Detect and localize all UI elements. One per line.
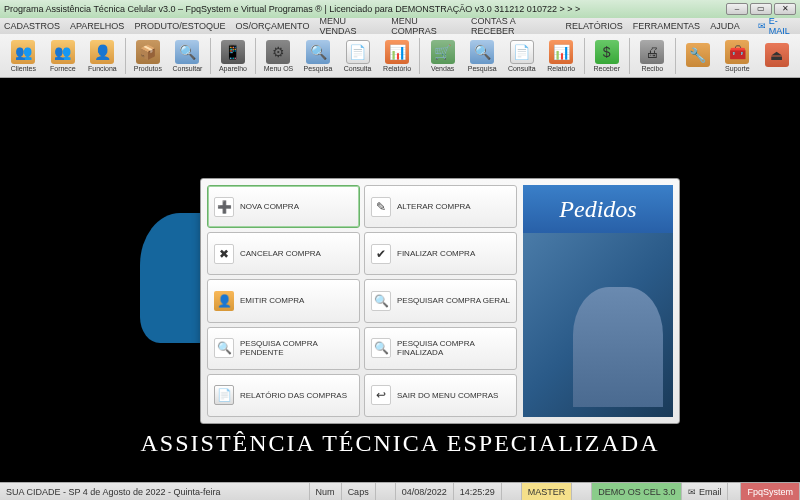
pesquisa-os-label: Pesquisa <box>304 65 333 72</box>
menu-contasareceber[interactable]: CONTAS A RECEBER <box>471 16 556 36</box>
ferramentas-icon: 🔧 <box>686 43 710 67</box>
toolbar-fornecedores[interactable]: 👥Fornece <box>44 36 83 76</box>
toolbar-separator <box>419 38 420 74</box>
finalizar-compra-icon: ✔ <box>371 244 391 264</box>
toolbar-separator <box>584 38 585 74</box>
dlg-pesquisa-finalizada[interactable]: 🔍PESQUISA COMPRA FINALIZADA <box>364 327 517 370</box>
toolbar-vendas[interactable]: 🛒Vendas <box>423 36 462 76</box>
consulta-v-label: Consulta <box>508 65 536 72</box>
menu-aparelhos[interactable]: APARELHOS <box>70 21 124 31</box>
toolbar-ferramentas[interactable]: 🔧 <box>679 36 718 76</box>
toolbar-relatorio-os[interactable]: 📊Relatório <box>378 36 417 76</box>
dlg-finalizar-compra[interactable]: ✔FINALIZAR COMPRA <box>364 232 517 275</box>
menu-menucompras[interactable]: MENU COMPRAS <box>391 16 461 36</box>
toolbar-separator <box>629 38 630 74</box>
close-button[interactable]: ✕ <box>774 3 796 15</box>
menu-produtoestoque[interactable]: PRODUTO/ESTOQUE <box>134 21 225 31</box>
toolbar-sair[interactable]: ⏏ <box>758 36 797 76</box>
status-brand: FpqSystem <box>741 483 800 500</box>
consulta-os-label: Consulta <box>344 65 372 72</box>
dlg-nova-compra[interactable]: ➕NOVA COMPRA <box>207 185 360 228</box>
vendas-icon: 🛒 <box>431 40 455 64</box>
nova-compra-label: NOVA COMPRA <box>240 202 299 211</box>
menu-relatrios[interactable]: RELATÓRIOS <box>565 21 622 31</box>
toolbar-suporte[interactable]: 🧰Suporte <box>718 36 757 76</box>
funcionarios-icon: 👤 <box>90 40 114 64</box>
toolbar-pesquisa-os[interactable]: 🔍Pesquisa <box>299 36 338 76</box>
status-email[interactable]: ✉ Email <box>682 483 728 500</box>
dlg-cancelar-compra[interactable]: ✖CANCELAR COMPRA <box>207 232 360 275</box>
relatorio-v-label: Relatório <box>547 65 575 72</box>
menu-os-label: Menu OS <box>264 65 294 72</box>
pesquisar-geral-label: PESQUISAR COMPRA GERAL <box>397 296 510 305</box>
toolbar-separator <box>125 38 126 74</box>
produtos-label: Produtos <box>134 65 162 72</box>
menu-cadastros[interactable]: CADASTROS <box>4 21 60 31</box>
status-gap1 <box>376 483 396 500</box>
dialog-image <box>523 233 673 417</box>
toolbar-aparelho[interactable]: 📱Aparelho <box>214 36 253 76</box>
menu-os-icon: ⚙ <box>266 40 290 64</box>
status-time: 14:25:29 <box>454 483 502 500</box>
status-gap3 <box>572 483 592 500</box>
toolbar-clientes[interactable]: 👥Clientes <box>4 36 43 76</box>
pesquisa-v-icon: 🔍 <box>470 40 494 64</box>
statusbar: SUA CIDADE - SP 4 de Agosto de 2022 - Qu… <box>0 482 800 500</box>
consultar-prod-icon: 🔍 <box>175 40 199 64</box>
relatorio-os-label: Relatório <box>383 65 411 72</box>
toolbar-consulta-v[interactable]: 📄Consulta <box>502 36 541 76</box>
menu-email[interactable]: ✉E-MAIL <box>758 16 796 36</box>
menubar: CADASTROSAPARELHOSPRODUTO/ESTOQUEOS/ORÇA… <box>0 18 800 34</box>
fornecedores-label: Fornece <box>50 65 76 72</box>
minimize-button[interactable]: – <box>726 3 748 15</box>
status-gap4 <box>728 483 741 500</box>
mail-icon: ✉ <box>758 21 766 31</box>
toolbar-menu-os[interactable]: ⚙Menu OS <box>259 36 298 76</box>
recibo-label: Recibo <box>641 65 663 72</box>
recibo-icon: 🖨 <box>640 40 664 64</box>
dlg-pesquisar-geral[interactable]: 🔍PESQUISAR COMPRA GERAL <box>364 279 517 322</box>
consulta-v-icon: 📄 <box>510 40 534 64</box>
pesquisa-pendente-icon: 🔍 <box>214 338 234 358</box>
toolbar: 👥Clientes👥Fornece👤Funciona📦Produtos🔍Cons… <box>0 34 800 78</box>
alterar-compra-icon: ✎ <box>371 197 391 217</box>
menu-menuvendas[interactable]: MENU VENDAS <box>319 16 381 36</box>
pesquisa-pendente-label: PESQUISA COMPRA PENDENTE <box>240 339 353 357</box>
vendas-label: Vendas <box>431 65 454 72</box>
dialog-buttons-grid: ➕NOVA COMPRA✎ALTERAR COMPRA✖CANCELAR COM… <box>207 185 517 417</box>
toolbar-funcionarios[interactable]: 👤Funciona <box>83 36 122 76</box>
menu-osoramento[interactable]: OS/ORÇAMENTO <box>236 21 310 31</box>
toolbar-consultar-prod[interactable]: 🔍Consultar <box>168 36 207 76</box>
emitir-compra-icon: 👤 <box>214 291 234 311</box>
maximize-button[interactable]: ▭ <box>750 3 772 15</box>
toolbar-relatorio-v[interactable]: 📊Relatório <box>542 36 581 76</box>
emitir-compra-label: EMITIR COMPRA <box>240 296 304 305</box>
dlg-sair-menu[interactable]: ↩SAIR DO MENU COMPRAS <box>364 374 517 417</box>
clientes-icon: 👥 <box>11 40 35 64</box>
alterar-compra-label: ALTERAR COMPRA <box>397 202 471 211</box>
menu-ferramentas[interactable]: FERRAMENTAS <box>633 21 700 31</box>
toolbar-separator <box>255 38 256 74</box>
dlg-relatorio-compras[interactable]: 📄RELATÓRIO DAS COMPRAS <box>207 374 360 417</box>
clientes-label: Clientes <box>11 65 36 72</box>
toolbar-produtos[interactable]: 📦Produtos <box>129 36 168 76</box>
nova-compra-icon: ➕ <box>214 197 234 217</box>
toolbar-separator <box>210 38 211 74</box>
toolbar-receber[interactable]: $Receber <box>588 36 627 76</box>
toolbar-recibo[interactable]: 🖨Recibo <box>633 36 672 76</box>
finalizar-compra-label: FINALIZAR COMPRA <box>397 249 475 258</box>
funcionarios-label: Funciona <box>88 65 117 72</box>
pesquisa-v-label: Pesquisa <box>468 65 497 72</box>
dlg-pesquisa-pendente[interactable]: 🔍PESQUISA COMPRA PENDENTE <box>207 327 360 370</box>
status-num: Num <box>310 483 342 500</box>
aparelho-label: Aparelho <box>219 65 247 72</box>
pesquisa-finalizada-icon: 🔍 <box>371 338 391 358</box>
pedidos-dialog: ➕NOVA COMPRA✎ALTERAR COMPRA✖CANCELAR COM… <box>200 178 680 424</box>
toolbar-consulta-os[interactable]: 📄Consulta <box>338 36 377 76</box>
receber-label: Receber <box>594 65 620 72</box>
menu-ajuda[interactable]: AJUDA <box>710 21 740 31</box>
background-text: ASSISTÊNCIA TÉCNICA ESPECIALIZADA <box>141 430 660 457</box>
toolbar-pesquisa-v[interactable]: 🔍Pesquisa <box>463 36 502 76</box>
dlg-alterar-compra[interactable]: ✎ALTERAR COMPRA <box>364 185 517 228</box>
dlg-emitir-compra[interactable]: 👤EMITIR COMPRA <box>207 279 360 322</box>
